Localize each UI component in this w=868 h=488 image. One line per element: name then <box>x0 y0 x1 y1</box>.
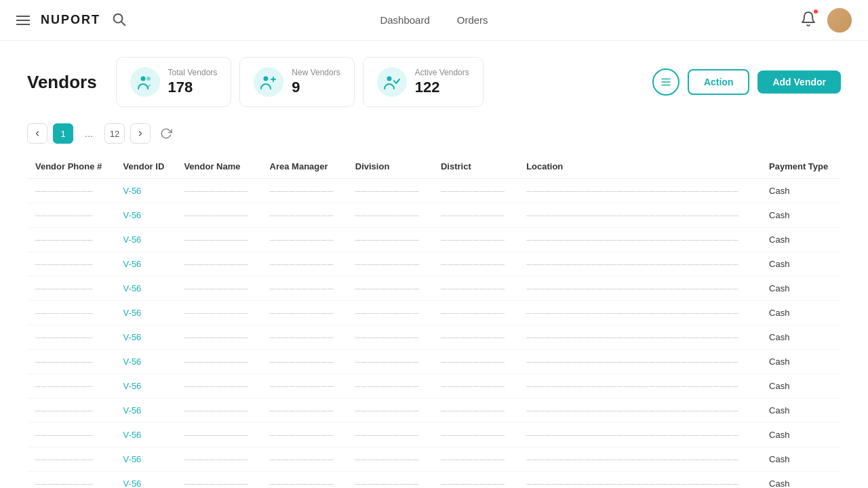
chevron-right-icon <box>136 129 144 138</box>
page-title: Vendors <box>27 72 97 93</box>
cell-payment: Cash <box>761 325 841 350</box>
cell-id[interactable]: V-56 <box>115 179 176 203</box>
cell-id[interactable]: V-56 <box>115 350 176 374</box>
nav-orders[interactable]: Orders <box>457 14 488 26</box>
cell-id[interactable]: V-56 <box>115 228 176 252</box>
action-button[interactable]: Action <box>688 69 750 95</box>
cell-division: ────────── <box>347 447 433 472</box>
col-division: Division <box>347 155 433 179</box>
table-row: ───────── V-56 ────────── ────────── ───… <box>27 325 841 350</box>
cell-division: ────────── <box>347 179 433 203</box>
table-header: Vendor Phone # Vendor ID Vendor Name Are… <box>27 155 841 179</box>
table-row: ───────── V-56 ────────── ────────── ───… <box>27 472 841 489</box>
cell-id[interactable]: V-56 <box>115 374 176 399</box>
cell-phone: ───────── <box>27 350 115 374</box>
cell-manager: ────────── <box>262 277 347 301</box>
cell-division: ────────── <box>347 252 433 277</box>
cell-location: ───────────────────────────────── <box>518 203 761 228</box>
filter-button[interactable] <box>652 68 679 96</box>
cell-payment: Cash <box>761 252 841 277</box>
cell-id[interactable]: V-56 <box>115 252 176 277</box>
cell-division: ────────── <box>347 325 433 350</box>
cell-location: ───────────────────────────────── <box>518 399 761 423</box>
stat-card-new: New Vendors 9 <box>239 57 354 107</box>
cell-id[interactable]: V-56 <box>115 447 176 472</box>
cell-payment: Cash <box>761 228 841 252</box>
notification-button[interactable] <box>800 11 816 29</box>
cell-payment: Cash <box>761 423 841 447</box>
cell-district: ────────── <box>433 374 518 399</box>
col-id: Vendor ID <box>115 155 176 179</box>
page-header: Vendors Total Ven <box>27 57 841 107</box>
hamburger-menu[interactable] <box>16 16 30 25</box>
cell-division: ────────── <box>347 228 433 252</box>
page-btn-12[interactable]: 12 <box>104 123 125 144</box>
table-row: ───────── V-56 ────────── ────────── ───… <box>27 350 841 374</box>
cell-name: ────────── <box>176 301 261 325</box>
table-row: ───────── V-56 ────────── ────────── ───… <box>27 228 841 252</box>
col-payment: Payment Type <box>761 155 841 179</box>
cell-manager: ────────── <box>262 399 347 423</box>
cell-id[interactable]: V-56 <box>115 203 176 228</box>
cell-id[interactable]: V-56 <box>115 325 176 350</box>
header-left: NUPORT <box>16 12 126 28</box>
cell-manager: ────────── <box>262 447 347 472</box>
stat-card-total: Total Vendors 178 <box>116 57 232 107</box>
col-name: Vendor Name <box>176 155 261 179</box>
cell-name: ────────── <box>176 423 261 447</box>
add-vendor-button[interactable]: Add Vendor <box>757 70 841 94</box>
cell-name: ────────── <box>176 179 261 203</box>
cell-id[interactable]: V-56 <box>115 472 176 489</box>
cell-manager: ────────── <box>262 374 347 399</box>
cell-id[interactable]: V-56 <box>115 301 176 325</box>
table-row: ───────── V-56 ────────── ────────── ───… <box>27 277 841 301</box>
pagination-prev[interactable] <box>27 123 47 144</box>
table-row: ───────── V-56 ────────── ────────── ───… <box>27 252 841 277</box>
cell-payment: Cash <box>761 203 841 228</box>
cell-district: ────────── <box>433 325 518 350</box>
cell-id[interactable]: V-56 <box>115 399 176 423</box>
pagination-next[interactable] <box>130 123 151 144</box>
action-buttons: Action Add Vendor <box>652 68 841 96</box>
cell-division: ────────── <box>347 350 433 374</box>
search-button[interactable] <box>111 12 126 28</box>
cell-id[interactable]: V-56 <box>115 277 176 301</box>
cell-manager: ────────── <box>262 228 347 252</box>
svg-line-1 <box>121 22 125 25</box>
avatar-image <box>827 8 852 33</box>
cell-payment: Cash <box>761 179 841 203</box>
table-row: ───────── V-56 ────────── ────────── ───… <box>27 179 841 203</box>
stat-value-new: 9 <box>292 79 340 96</box>
nav-dashboard[interactable]: Dashboard <box>380 14 429 26</box>
table-row: ───────── V-56 ────────── ────────── ───… <box>27 447 841 472</box>
col-phone: Vendor Phone # <box>27 155 115 179</box>
notification-badge <box>812 8 819 15</box>
cell-phone: ───────── <box>27 423 115 447</box>
stat-card-active: Active Vendors 122 <box>363 57 484 107</box>
cell-location: ───────────────────────────────── <box>518 447 761 472</box>
stat-label-total: Total Vendors <box>168 68 218 77</box>
table-row: ───────── V-56 ────────── ────────── ───… <box>27 399 841 423</box>
col-district: District <box>433 155 518 179</box>
stat-cards: Total Vendors 178 <box>116 57 639 107</box>
cell-division: ────────── <box>347 423 433 447</box>
cell-phone: ───────── <box>27 228 115 252</box>
col-manager: Area Manager <box>262 155 347 179</box>
cell-phone: ───────── <box>27 472 115 489</box>
svg-point-4 <box>146 77 151 81</box>
table-body: ───────── V-56 ────────── ────────── ───… <box>27 179 841 489</box>
stat-value-total: 178 <box>168 79 218 96</box>
search-icon <box>111 12 126 26</box>
refresh-icon <box>160 127 172 140</box>
refresh-button[interactable] <box>156 123 176 144</box>
avatar[interactable] <box>827 8 852 33</box>
cell-manager: ────────── <box>262 179 347 203</box>
cell-district: ────────── <box>433 179 518 203</box>
cell-id[interactable]: V-56 <box>115 423 176 447</box>
total-vendors-icon <box>130 67 160 97</box>
main-content: Vendors Total Ven <box>0 41 868 488</box>
new-vendors-icon <box>254 67 283 97</box>
page-btn-1[interactable]: 1 <box>53 123 73 144</box>
stat-label-new: New Vendors <box>292 68 340 77</box>
stat-info-active: Active Vendors 122 <box>415 68 469 96</box>
